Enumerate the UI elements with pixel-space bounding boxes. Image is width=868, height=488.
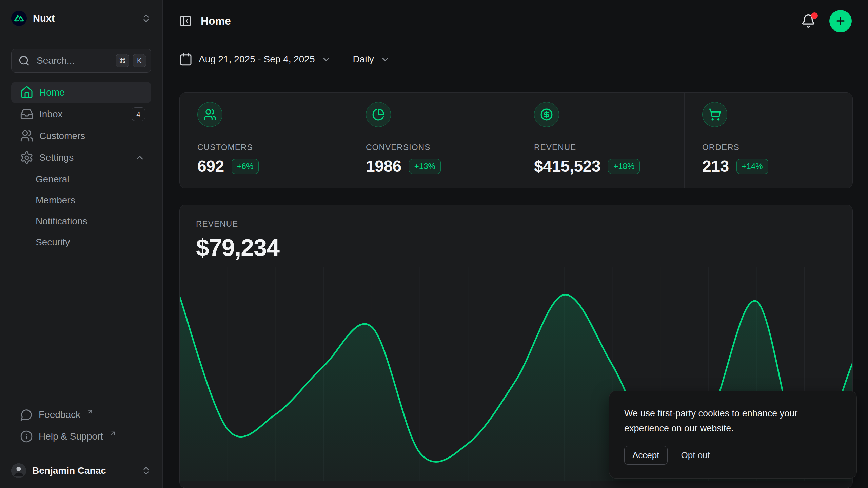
sidebar-subitem-general[interactable]: General (25, 169, 151, 190)
pie-chart-icon (366, 102, 391, 127)
chevron-down-icon (321, 54, 331, 64)
stat-delta-badge: +18% (608, 159, 640, 174)
sidebar: Nuxt Search... ⌘ K Home (0, 0, 163, 488)
user-name: Benjamin Canac (32, 465, 106, 476)
page-header: Home (163, 0, 868, 42)
external-link-icon (87, 408, 94, 415)
search-input[interactable]: Search... ⌘ K (11, 49, 151, 73)
revenue-chart-header: REVENUE $79,234 (180, 205, 852, 261)
sidebar-subitem-notifications[interactable]: Notifications (25, 211, 151, 232)
granularity-select[interactable]: Daily (353, 54, 390, 65)
date-range-picker[interactable]: Aug 21, 2025 - Sep 4, 2025 (179, 53, 331, 66)
stat-label: CUSTOMERS (197, 143, 341, 152)
stat-label: REVENUE (534, 143, 677, 152)
sidebar-item-label: Help & Support (39, 431, 103, 442)
sidebar-footer: Feedback Help & Support (0, 405, 162, 453)
chevrons-up-down-icon (141, 466, 151, 476)
sidebar-subitem-security[interactable]: Security (25, 232, 151, 253)
search-icon (18, 55, 30, 66)
collapse-sidebar-button[interactable] (179, 15, 192, 27)
sidebar-item-inbox[interactable]: Inbox 4 (11, 104, 151, 125)
workspace-switcher[interactable]: Nuxt (0, 10, 162, 26)
notification-dot (811, 12, 818, 19)
granularity-value: Daily (353, 54, 374, 65)
user-menu[interactable]: Benjamin Canac (0, 453, 162, 488)
stat-card-customers[interactable]: CUSTOMERS 692 +6% (180, 93, 348, 188)
filter-toolbar: Aug 21, 2025 - Sep 4, 2025 Daily (163, 42, 868, 76)
sidebar-item-label: Feedback (39, 409, 80, 420)
cookie-message: We use first-party cookies to enhance yo… (624, 406, 842, 436)
stat-value: 1986 (366, 157, 401, 176)
gear-icon (20, 151, 34, 164)
chevron-down-icon (380, 54, 390, 64)
nuxt-logo-icon (11, 11, 27, 26)
stat-label: CONVERSIONS (366, 143, 509, 152)
sidebar-item-label: Inbox (39, 109, 63, 120)
stat-value: 692 (197, 157, 224, 176)
chevrons-up-down-icon (141, 13, 151, 23)
home-icon (20, 86, 34, 99)
revenue-chart-label: REVENUE (196, 219, 836, 229)
kbd-command-key: ⌘ (116, 54, 129, 67)
stat-value: 213 (702, 157, 729, 176)
external-link-icon (110, 430, 116, 437)
dollar-circle-icon (534, 102, 559, 127)
sidebar-subitem-members[interactable]: Members (25, 190, 151, 211)
avatar (11, 463, 26, 478)
stat-delta-badge: +6% (232, 159, 259, 174)
sidebar-item-label: Customers (39, 130, 85, 141)
chevron-up-icon (134, 152, 145, 163)
shopping-cart-icon (702, 102, 727, 127)
sidebar-item-help-support[interactable]: Help & Support (11, 427, 151, 446)
opt-out-button[interactable]: Opt out (681, 450, 710, 461)
sidebar-item-label: Settings (39, 152, 74, 163)
stat-delta-badge: +14% (736, 159, 768, 174)
search-shortcut: ⌘ K (116, 54, 146, 67)
info-circle-icon (20, 430, 33, 443)
sidebar-item-home[interactable]: Home (11, 82, 151, 103)
header-actions (801, 10, 852, 32)
sidebar-item-settings[interactable]: Settings (11, 147, 151, 168)
stat-card-conversions[interactable]: CONVERSIONS 1986 +13% (348, 93, 516, 188)
sidebar-nav: Home Inbox 4 Customers Settings (0, 82, 162, 168)
stat-card-orders[interactable]: ORDERS 213 +14% (684, 93, 852, 188)
stat-value: $415,523 (534, 157, 600, 176)
stat-delta-badge: +13% (409, 159, 441, 174)
sidebar-item-label: Home (39, 87, 65, 98)
workspace-name: Nuxt (33, 13, 55, 24)
date-range-value: Aug 21, 2025 - Sep 4, 2025 (199, 54, 315, 65)
stat-card-revenue[interactable]: REVENUE $415,523 +18% (516, 93, 684, 188)
cookie-banner: We use first-party cookies to enhance yo… (609, 391, 857, 479)
add-button[interactable] (829, 10, 852, 32)
revenue-chart-value: $79,234 (196, 234, 836, 261)
message-bubble-icon (20, 408, 33, 421)
inbox-icon (20, 107, 34, 121)
kbd-k-key: K (133, 54, 146, 67)
search-placeholder: Search... (37, 55, 75, 66)
page-title: Home (201, 15, 231, 27)
sidebar-item-feedback[interactable]: Feedback (11, 405, 151, 424)
notifications-button[interactable] (801, 14, 816, 28)
app-window: Nuxt Search... ⌘ K Home (0, 0, 868, 488)
stats-panel: CUSTOMERS 692 +6% CONVERSIONS 1986 +13% (179, 92, 853, 188)
users-icon (197, 102, 222, 127)
settings-subnav: General Members Notifications Security (25, 169, 151, 253)
calendar-icon (179, 53, 193, 66)
sidebar-item-customers[interactable]: Customers (11, 125, 151, 146)
stat-label: ORDERS (702, 143, 846, 152)
inbox-count-badge: 4 (132, 107, 145, 121)
cookie-actions: Accept Opt out (624, 446, 842, 465)
users-icon (20, 129, 34, 143)
accept-cookies-button[interactable]: Accept (624, 446, 668, 465)
